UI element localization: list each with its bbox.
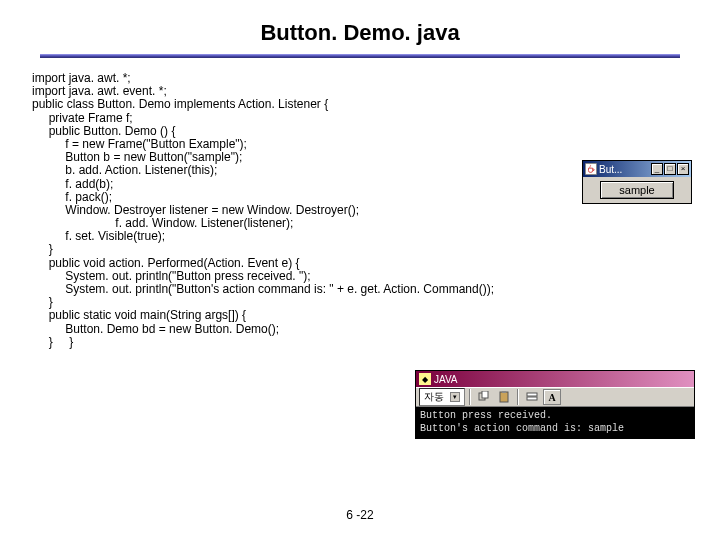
awt-body: sample bbox=[583, 177, 691, 203]
chevron-down-icon: ▾ bbox=[450, 392, 460, 402]
title-underline bbox=[40, 54, 680, 58]
awt-title-text: But... bbox=[599, 164, 649, 175]
console-output: Button press received. Button's action c… bbox=[416, 407, 694, 438]
copy-icon[interactable] bbox=[475, 389, 493, 405]
font-button[interactable]: A bbox=[543, 389, 561, 405]
svg-rect-3 bbox=[502, 391, 506, 393]
close-icon[interactable]: × bbox=[677, 163, 689, 175]
props-icon[interactable] bbox=[523, 389, 541, 405]
paste-icon[interactable] bbox=[495, 389, 513, 405]
java-titlebar[interactable]: ◆ JAVA bbox=[416, 371, 694, 387]
svg-rect-2 bbox=[500, 392, 508, 402]
page-number: 6 -22 bbox=[0, 508, 720, 522]
java-window-icon: ◆ bbox=[419, 373, 431, 385]
code-block: import java. awt. *; import java. awt. e… bbox=[0, 72, 720, 349]
sample-button[interactable]: sample bbox=[600, 181, 673, 199]
java-console-window: ◆ JAVA 자동 ▾ A Button press received. But… bbox=[415, 370, 695, 439]
awt-frame-window: But... _ □ × sample bbox=[582, 160, 692, 204]
minimize-icon[interactable]: _ bbox=[651, 163, 663, 175]
toolbar-separator bbox=[469, 389, 471, 405]
svg-rect-5 bbox=[527, 397, 537, 400]
svg-rect-1 bbox=[482, 391, 488, 398]
window-controls: _ □ × bbox=[651, 163, 689, 175]
svg-rect-4 bbox=[527, 393, 537, 396]
slide-title: Button. Demo. java bbox=[0, 0, 720, 54]
toolbar-separator bbox=[517, 389, 519, 405]
awt-titlebar[interactable]: But... _ □ × bbox=[583, 161, 691, 177]
java-cup-icon bbox=[585, 163, 597, 175]
encoding-combo[interactable]: 자동 ▾ bbox=[419, 388, 465, 406]
maximize-icon[interactable]: □ bbox=[664, 163, 676, 175]
encoding-combo-label: 자동 bbox=[424, 390, 444, 404]
java-title-text: JAVA bbox=[434, 374, 458, 385]
java-toolbar: 자동 ▾ A bbox=[416, 387, 694, 407]
